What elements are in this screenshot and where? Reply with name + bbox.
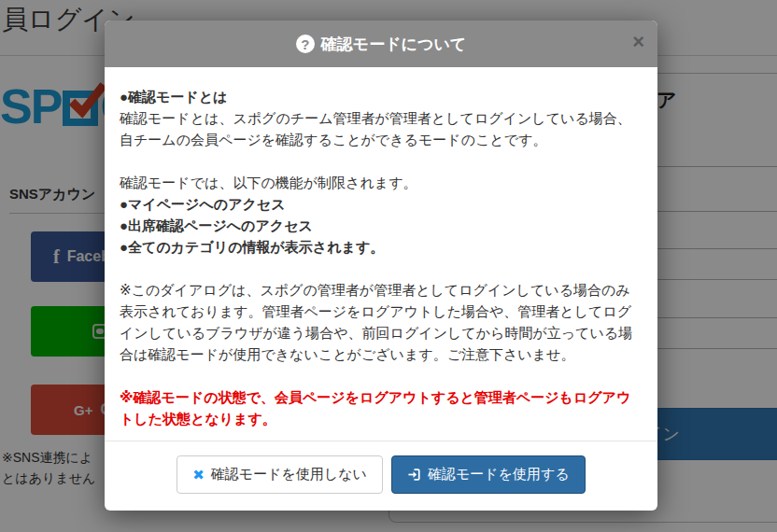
x-icon: ✖ [192,467,205,483]
dialog-header: ? 確認モードについて × [105,21,657,67]
restriction-item: ●マイページへのアクセス [120,196,286,212]
section-text: 確認モードとは、スポグのチーム管理者が管理者としてログインしている場合、自チーム… [120,110,631,147]
sign-in-icon [407,468,421,482]
question-circle-icon: ? [296,35,315,53]
decline-confirmation-mode-button[interactable]: ✖ 確認モードを使用しない [177,455,383,494]
restriction-item: ●全てのカテゴリの情報が表示されます。 [120,239,384,255]
screen: 員ログイン SPG SNSアカウン f Facebookでログイン LINEでロ… [0,0,777,532]
close-icon[interactable]: × [632,32,644,52]
restriction-item: ●出席確認ページへのアクセス [120,217,313,233]
section-heading: ●確認モードとは [120,89,227,105]
accept-confirmation-mode-button[interactable]: 確認モードを使用する [391,455,586,494]
accept-button-label: 確認モードを使用する [428,466,570,483]
dialog-body: ●確認モードとは 確認モードとは、スポグのチーム管理者が管理者としてログインして… [105,67,657,441]
restrictions-intro: 確認モードでは、以下の機能が制限されます。 [120,175,417,190]
section-what-is: ●確認モードとは 確認モードとは、スポグのチーム管理者が管理者としてログインして… [120,86,643,150]
section-note: ※このダイアログは、スポグの管理者が管理者としてログインしている場合のみ表示され… [120,279,643,365]
section-warning: ※確認モードの状態で、会員ページをログアウトすると管理者ページもログアウトした状… [120,386,643,429]
dialog-title-text: 確認モードについて [321,34,466,55]
decline-button-label: 確認モードを使用しない [211,466,367,483]
dialog-title: ? 確認モードについて [296,34,466,55]
dialog-footer: ✖ 確認モードを使用しない 確認モードを使用する [105,441,657,511]
section-restrictions: 確認モードでは、以下の機能が制限されます。 ●マイページへのアクセス ●出席確認… [120,172,643,258]
confirmation-mode-dialog: ? 確認モードについて × ●確認モードとは 確認モードとは、スポグのチーム管理… [105,21,657,511]
